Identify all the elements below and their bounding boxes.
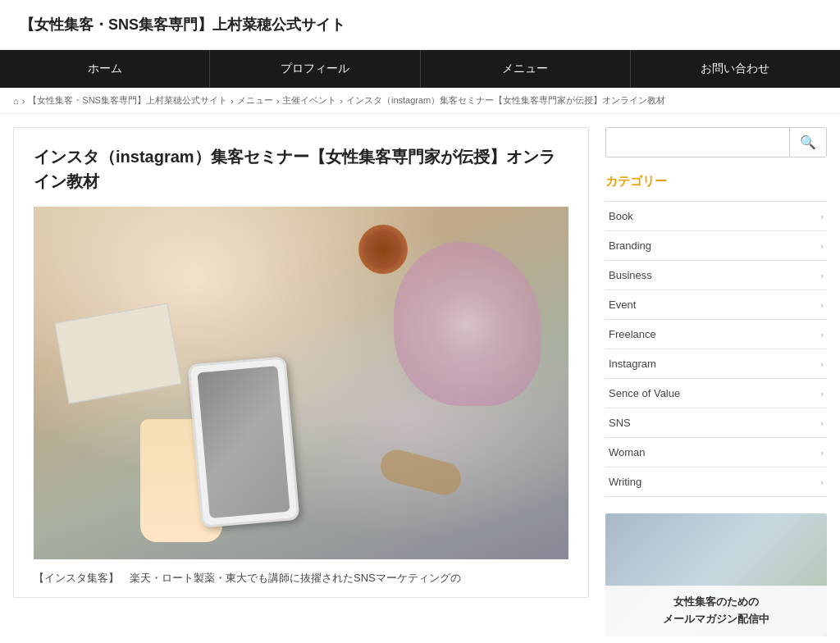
category-label: Book bbox=[609, 210, 633, 222]
decorative-phone bbox=[187, 356, 299, 528]
nav-item-profile[interactable]: プロフィール bbox=[210, 50, 420, 88]
decorative-phone-screen bbox=[197, 366, 290, 518]
category-label: Branding bbox=[609, 239, 651, 252]
category-label: Business bbox=[609, 269, 652, 281]
article-excerpt: 【インスタ集客】 楽天・ロート製薬・東大でも講師に抜擢されたSNSマーケティング… bbox=[34, 559, 568, 597]
sidebar-search: 🔍 bbox=[605, 127, 827, 157]
category-label: Instagram bbox=[609, 358, 656, 370]
category-list: Book › Branding › Business › Event › Fre… bbox=[605, 201, 827, 497]
photo-overlay bbox=[34, 207, 568, 559]
category-label: Sence of Value bbox=[609, 387, 680, 399]
site-header: 【女性集客・SNS集客専門】上村菜穂公式サイト bbox=[0, 0, 840, 50]
bc-current: インスタ（instagram）集客セミナー【女性集客専門家が伝授】オンライン教材 bbox=[346, 94, 665, 107]
categories-section: カテゴリー Book › Branding › Business › Event… bbox=[605, 174, 827, 497]
chevron-icon: › bbox=[820, 300, 824, 310]
categories-title: カテゴリー bbox=[605, 174, 827, 194]
bc-home-icon[interactable]: ⌂ bbox=[13, 96, 19, 106]
search-button[interactable]: 🔍 bbox=[789, 128, 826, 157]
category-item-event[interactable]: Event › bbox=[605, 290, 827, 320]
main-nav: ホーム プロフィール メニュー お問い合わせ bbox=[0, 50, 840, 88]
decorative-cup bbox=[358, 225, 408, 274]
sidebar-banner-text: 女性集客のためのメールマガジン配信中 bbox=[605, 586, 827, 636]
nav-item-menu[interactable]: メニュー bbox=[421, 50, 631, 88]
chevron-icon: › bbox=[820, 271, 824, 280]
sidebar-banner[interactable]: 女性集客のためのメールマガジン配信中 bbox=[605, 513, 827, 636]
category-item-woman[interactable]: Woman › bbox=[605, 438, 827, 467]
chevron-icon: › bbox=[820, 448, 824, 458]
category-item-sence-of-value[interactable]: Sence of Value › bbox=[605, 379, 827, 408]
category-item-instagram[interactable]: Instagram › bbox=[605, 349, 827, 379]
search-input[interactable] bbox=[606, 128, 789, 157]
breadcrumb: ⌂ › 【女性集客・SNS集客専門】上村菜穂公式サイト › メニュー › 主催イ… bbox=[0, 88, 840, 114]
chevron-icon: › bbox=[820, 389, 824, 399]
chevron-icon: › bbox=[820, 241, 824, 251]
category-item-book[interactable]: Book › bbox=[605, 202, 827, 231]
chevron-icon: › bbox=[820, 212, 824, 221]
category-label: Event bbox=[609, 299, 636, 311]
main-content: インスタ（instagram）集客セミナー【女性集客専門家が伝授】オンライン教材 bbox=[13, 127, 589, 636]
category-label: Freelance bbox=[609, 328, 656, 340]
content-wrapper: インスタ（instagram）集客セミナー【女性集客専門家が伝授】オンライン教材 bbox=[0, 114, 840, 643]
bc-event[interactable]: 主催イベント bbox=[282, 94, 336, 107]
article-title: インスタ（instagram）集客セミナー【女性集客専門家が伝授】オンライン教材 bbox=[34, 144, 568, 194]
chevron-icon: › bbox=[820, 330, 824, 340]
category-item-writing[interactable]: Writing › bbox=[605, 467, 827, 497]
category-item-freelance[interactable]: Freelance › bbox=[605, 320, 827, 349]
category-item-sns[interactable]: SNS › bbox=[605, 408, 827, 438]
sidebar: 🔍 カテゴリー Book › Branding › Business › bbox=[605, 127, 827, 636]
chevron-icon: › bbox=[820, 418, 824, 428]
category-label: Writing bbox=[609, 476, 641, 488]
category-label: Woman bbox=[609, 446, 646, 458]
category-label: SNS bbox=[609, 417, 631, 429]
category-item-business[interactable]: Business › bbox=[605, 261, 827, 290]
chevron-icon: › bbox=[820, 359, 824, 369]
chevron-icon: › bbox=[820, 477, 824, 487]
bc-site[interactable]: 【女性集客・SNS集客専門】上村菜穂公式サイト bbox=[28, 94, 227, 107]
article-image bbox=[34, 207, 568, 559]
nav-item-home[interactable]: ホーム bbox=[0, 50, 210, 88]
site-title: 【女性集客・SNS集客専門】上村菜穂公式サイト bbox=[20, 15, 820, 34]
bc-menu[interactable]: メニュー bbox=[237, 94, 273, 107]
category-item-branding[interactable]: Branding › bbox=[605, 231, 827, 261]
article-box: インスタ（instagram）集客セミナー【女性集客専門家が伝授】オンライン教材 bbox=[13, 127, 589, 598]
nav-item-contact[interactable]: お問い合わせ bbox=[631, 50, 840, 88]
